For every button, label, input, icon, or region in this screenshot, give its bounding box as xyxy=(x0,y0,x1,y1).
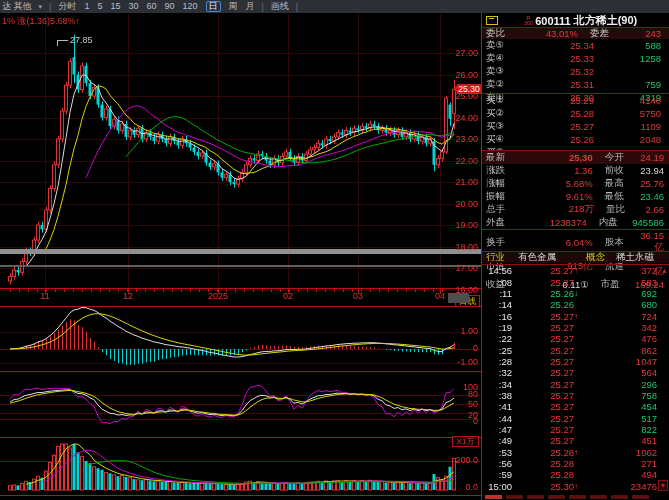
market-flag: R300 xyxy=(524,16,533,26)
period-high-annotation: 27.85 xyxy=(57,36,93,46)
tick-row: :1425.26680 xyxy=(482,299,669,310)
bid-orderbook: 买①25.294140买②25.285750买③25.271109买④25.26… xyxy=(482,93,669,146)
order-row[interactable]: 买④25.262048 xyxy=(482,133,669,146)
annotation-line xyxy=(57,40,68,46)
stat-row: 涨幅5.68%最高25.76 xyxy=(482,177,669,190)
bottom-tab-stub[interactable] xyxy=(590,495,607,499)
bottom-tab-stub[interactable] xyxy=(527,495,544,499)
weicha-value: 243 xyxy=(630,28,669,39)
quote-panel: R300 600111 北方稀土(90) 委比 43.01% 委差 243 卖⑤… xyxy=(482,14,669,500)
axis-label: 23.00 xyxy=(438,135,478,144)
axis-label: 24.00 xyxy=(438,114,478,123)
tick-row: :3225.27564 xyxy=(482,367,669,378)
period-120[interactable]: 120 xyxy=(182,1,197,12)
change-overlay-text: 1% 涨(1.36)5.68%↑ xyxy=(2,15,80,28)
tick-row: :5325.28↑1062 xyxy=(482,447,669,458)
order-row[interactable]: 卖⑤25.34588 xyxy=(482,39,669,52)
ask-orderbook: 卖⑤25.34588卖④25.331258卖③25.32卖②25.31759卖①… xyxy=(482,39,669,92)
axis-label: 0 xyxy=(438,344,478,353)
tick-row: 15:0025.30↑23476 xyxy=(482,481,669,492)
axis-label: 11 xyxy=(25,292,65,301)
bottom-tab-stub[interactable] xyxy=(632,495,649,499)
period-30[interactable]: 30 xyxy=(128,1,138,12)
order-row[interactable]: 卖③25.32 xyxy=(482,65,669,78)
axis-label: 1.00 xyxy=(438,327,478,336)
draw-line-tool[interactable]: 画线 xyxy=(271,1,289,12)
scroll-up-arrow[interactable]: ▲ xyxy=(661,267,668,274)
axis-label: 21.00 xyxy=(438,178,478,187)
concept-value[interactable]: 稀土永磁 xyxy=(616,251,669,264)
tick-row: :5925.28494 xyxy=(482,469,669,480)
order-row[interactable]: 卖②25.31759 xyxy=(482,78,669,91)
axis-label: 04 xyxy=(420,292,460,301)
tick-row: :0825.27583 xyxy=(482,276,669,287)
period-90[interactable]: 90 xyxy=(164,1,174,12)
axis-label: 03 xyxy=(338,292,378,301)
axis-label: 2025 xyxy=(198,292,238,301)
tick-row: :2825.271047 xyxy=(482,356,669,367)
period-分时[interactable]: 分时 xyxy=(58,1,76,12)
weibi-row: 委比 43.01% 委差 243 xyxy=(482,28,669,39)
order-row[interactable]: 买①25.294140 xyxy=(482,94,669,107)
bottom-tab-stub[interactable] xyxy=(485,495,502,499)
period-日[interactable]: 日 xyxy=(206,1,221,12)
period-5[interactable]: 5 xyxy=(97,1,102,12)
weibi-value: 43.01% xyxy=(516,28,578,39)
axis-label: 0 xyxy=(438,417,478,426)
chevron-down-icon[interactable]: ▾ xyxy=(39,3,43,11)
period-周[interactable]: 周 xyxy=(229,1,238,12)
period-月[interactable]: 月 xyxy=(246,1,255,12)
axis-label: 27.00 xyxy=(438,49,478,58)
bottom-tab-stub[interactable] xyxy=(569,495,586,499)
bottom-tab-stub[interactable] xyxy=(506,495,523,499)
order-row[interactable]: 买③25.271109 xyxy=(482,120,669,133)
tick-row: 14:5625.27↑372 xyxy=(482,265,669,276)
toolbar-separator: | xyxy=(262,2,264,12)
industry-value[interactable]: 有色金属 xyxy=(518,251,580,264)
menu-more[interactable]: 达 其他 xyxy=(2,1,32,12)
period-15[interactable]: 15 xyxy=(110,1,120,12)
stats-block: 最新25.30今开24.19涨跌1.36前收23.94涨幅5.68%最高25.7… xyxy=(482,150,669,250)
bottom-tab-stub[interactable] xyxy=(611,495,628,499)
stock-code: 600111 xyxy=(535,15,571,27)
axis-label: 25.00 xyxy=(438,92,478,101)
stock-header[interactable]: R300 600111 北方稀土(90) xyxy=(482,14,669,28)
axis-label: 17.00 xyxy=(438,264,478,273)
period-1[interactable]: 1 xyxy=(84,1,89,12)
bottom-tab-stub[interactable] xyxy=(548,495,565,499)
tick-row: :5625.28271 xyxy=(482,458,669,469)
stock-name: 北方稀土(90) xyxy=(574,13,638,28)
stat-row: 总手218万量比2.66 xyxy=(482,203,669,216)
tick-row: :2525.27862 xyxy=(482,344,669,355)
trading-terminal-window: 达 其他 ▾ | 分时1515306090120日周月 | 画线 | 1% 涨(… xyxy=(0,0,669,500)
axis-label: 22.00 xyxy=(438,157,478,166)
period-toolbar: 达 其他 ▾ | 分时1515306090120日周月 | 画线 | xyxy=(0,0,669,13)
axis-label: 200.0 xyxy=(438,456,478,465)
stat-row: 外盘1238374内盘945586 xyxy=(482,216,669,229)
axis-label: -1.00 xyxy=(438,358,478,367)
scroll-down-arrow[interactable]: ▼ xyxy=(658,480,668,491)
order-row[interactable]: 买②25.285750 xyxy=(482,107,669,120)
stat-row: 涨跌1.36前收23.94 xyxy=(482,164,669,177)
axis-label: 12 xyxy=(108,292,148,301)
order-row[interactable]: 卖④25.331258 xyxy=(482,52,669,65)
axis-label: 20.00 xyxy=(438,200,478,209)
stat-row: 振幅9.61%最低23.46 xyxy=(482,190,669,203)
volume-unit-badge: X1万 xyxy=(452,436,479,447)
toolbar-separator: | xyxy=(296,2,298,12)
chart-layout-icon[interactable] xyxy=(486,16,498,25)
period-60[interactable]: 60 xyxy=(146,1,156,12)
axis-label: 18.00 xyxy=(438,243,478,252)
axis-label: 26.00 xyxy=(438,71,478,80)
stat-row: 最新25.30今开24.19 xyxy=(482,151,669,164)
tick-row: :1625.27↑724 xyxy=(482,310,669,321)
axis-label: 50 xyxy=(438,400,478,409)
tick-row: :1925.27342 xyxy=(482,322,669,333)
tick-row: :4425.27517 xyxy=(482,412,669,423)
axis-label: 0.0 xyxy=(438,483,478,492)
tick-row: :4925.27451 xyxy=(482,435,669,446)
tick-row: :1125.26↓692 xyxy=(482,288,669,299)
tick-row: :3425.27296 xyxy=(482,378,669,389)
toolbar-separator: | xyxy=(49,2,51,12)
tick-list: 14:5625.27↑372:0825.27583:1125.26↓692:14… xyxy=(482,264,669,492)
